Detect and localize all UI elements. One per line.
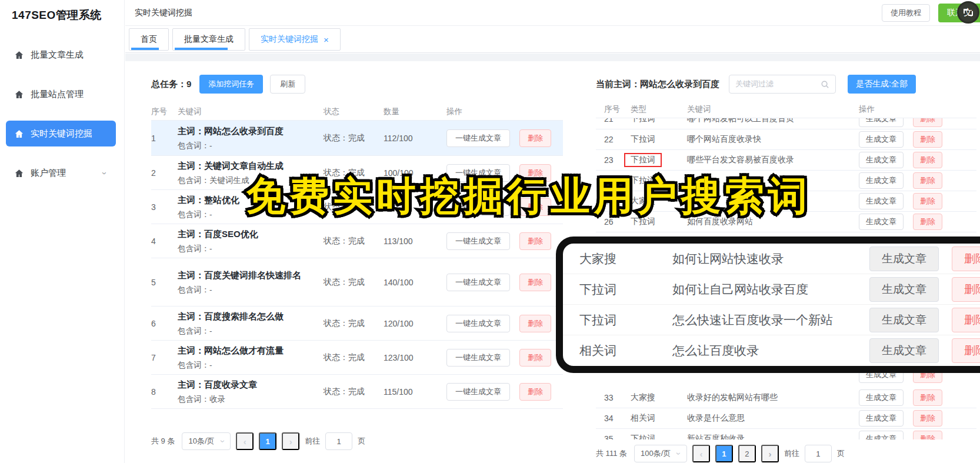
generate-article-button[interactable]: 生成文章 [869,338,939,363]
row-actions: 一键生成文章删除 [446,383,563,401]
keyword-cell: 主词：百度关键词排名快速排名包含词：- [178,269,324,295]
generate-article-button[interactable]: 生成文章 [859,131,904,148]
delete-button[interactable]: 删除 [519,232,551,250]
generate-article-button[interactable]: 生成文章 [869,247,939,271]
sidebar-item-4[interactable]: 账户管理› [0,160,116,186]
delete-button[interactable]: 删除 [913,431,942,439]
table-row[interactable]: 23下拉词哪些平台发文容易被百度收录生成文章删除 [596,150,976,171]
sidebar-item-label: 账户管理 [31,168,66,179]
app-logo: 147SEO管理系统 [0,0,124,23]
sidebar-item-1[interactable]: 批量文章生成 [0,42,116,68]
page-button-2[interactable]: 2 [738,445,756,462]
table-row[interactable]: 5主词：百度关键词排名快速排名包含词：-状态：完成140/100一键生成文章删除 [151,258,563,307]
refresh-button[interactable]: 刷新 [270,75,305,94]
generate-article-button[interactable]: 生成文章 [859,172,904,189]
next-page-button[interactable]: › [282,432,299,450]
tab-2[interactable]: 批量文章生成 [172,28,245,51]
page-size-select[interactable]: 10条/页› [182,432,231,450]
delete-button[interactable]: 删除 [519,274,551,291]
status-label: 状态：完成 [324,387,384,397]
page-button-1[interactable]: 1 [715,445,733,462]
column-header: 操作 [859,104,976,115]
keyword-toolbar: 当前主词：网站怎么收录到百度 关键词过滤 是否生成:全部 [596,75,976,94]
row-index: 6 [151,319,178,328]
home-icon [14,129,24,139]
table-row[interactable]: 33大家搜收录好的发帖网站有哪些生成文章删除 [596,388,976,408]
delete-button[interactable]: 删除 [519,315,551,332]
generate-article-button[interactable]: 一键生成文章 [446,383,510,401]
generate-article-button[interactable]: 一键生成文章 [446,274,510,291]
type-label: 相关词 [631,413,655,422]
close-icon[interactable]: × [324,35,329,44]
prev-page-button[interactable]: ‹ [692,445,710,462]
delete-button[interactable]: 删除 [913,214,942,230]
generate-article-button[interactable]: 一键生成文章 [446,349,510,367]
goto-page-input[interactable] [805,445,832,462]
table-row[interactable]: 6主词：百度搜索排名怎么做包含词：-状态：完成120/100一键生成文章删除 [151,307,563,341]
tab-3[interactable]: 实时关键词挖掘× [249,28,341,51]
generate-article-button[interactable]: 生成文章 [859,193,904,209]
table-row[interactable]: 1主词：网站怎么收录到百度包含词：-状态：完成112/100一键生成文章删除 [151,121,563,156]
generate-article-button[interactable]: 生成文章 [859,214,904,230]
type-cell: 下拉词 [631,434,687,439]
table-row[interactable]: 7主词：网站怎么做才有流量包含词：-状态：完成123/100一键生成文章删除 [151,341,563,375]
help-button[interactable]: 使用教程 [882,4,930,22]
generate-article-button[interactable]: 生成文章 [859,389,904,406]
row-actions: 一键生成文章删除 [446,274,563,291]
translate-icon[interactable]: 文 [957,1,979,24]
keyword-label: 收录是什么意思 [687,413,859,424]
delete-button[interactable]: 删除 [913,118,942,127]
delete-button[interactable]: 删除 [519,349,551,367]
delete-button[interactable]: 删除 [913,410,942,427]
delete-button[interactable]: 删除 [519,129,551,147]
delete-button[interactable]: 删除 [913,152,942,168]
generate-article-button[interactable]: 生成文章 [859,410,904,427]
keyword-label: 收录好的发帖网站有哪些 [687,392,859,403]
keyword-cell: 主词：百度SEO优化包含词：- [178,228,324,254]
count-label: 112/100 [384,134,446,143]
delete-button[interactable]: 删除 [913,389,942,406]
delete-button[interactable]: 删除 [952,308,980,332]
table-row[interactable]: 4主词：百度SEO优化包含词：-状态：完成113/100一键生成文章删除 [151,224,563,258]
generate-all-button[interactable]: 是否生成:全部 [848,75,916,94]
highlighted-type-label: 下拉词 [624,153,662,167]
delete-button[interactable]: 删除 [952,277,980,302]
generate-article-button[interactable]: 生成文章 [859,152,904,168]
prev-page-button[interactable]: ‹ [236,432,254,450]
search-icon [821,80,829,89]
table-row[interactable]: 21下拉词哪个网站发帖可以上百度首页生成文章删除 [596,118,976,129]
keyword-filter-input[interactable]: 关键词过滤 [729,75,836,94]
delete-button[interactable]: 删除 [519,383,551,401]
generate-article-button[interactable]: 生成文章 [869,308,939,332]
generate-article-button[interactable]: 生成文章 [869,277,939,302]
delete-button[interactable]: 删除 [952,247,980,271]
delete-button[interactable]: 删除 [913,193,942,209]
pagination-total-label: 共 111 条 [596,448,627,459]
count-label: 140/100 [384,278,446,287]
table-row[interactable]: 8主词：百度收录文章包含词：收录状态：完成115/100一键生成文章删除 [151,375,563,409]
keyword-label: 如何让自己网站收录百度 [672,281,869,298]
table-row[interactable]: 22下拉词哪个网站百度收录快生成文章删除 [596,129,976,150]
next-page-button[interactable]: › [761,445,779,462]
sidebar-item-label: 批量文章生成 [31,49,84,61]
magnified-table-row: 下拉词如何让自己网站收录百度生成文章删除 [563,274,980,305]
goto-page-input[interactable] [325,432,352,450]
page-size-select[interactable]: 100条/页› [634,445,687,462]
table-row[interactable]: 34相关词收录是什么意思生成文章删除 [596,408,976,429]
add-task-button[interactable]: 添加挖词任务 [199,75,263,94]
generate-article-button[interactable]: 一键生成文章 [446,315,510,332]
tab-1[interactable]: 首页 [129,28,169,51]
row-actions: 生成文章删除 [859,214,976,230]
delete-button[interactable]: 删除 [952,338,980,363]
contains-word-label: 包含词：收录 [178,394,324,405]
generate-article-button[interactable]: 一键生成文章 [446,232,510,250]
sidebar-item-3[interactable]: 实时关键词挖掘 [6,121,116,146]
sidebar-item-2[interactable]: 批量站点管理 [0,81,116,107]
page-button-1[interactable]: 1 [259,432,276,450]
table-row[interactable]: 35下拉词新站百度秒收录生成文章删除 [596,429,976,439]
delete-button[interactable]: 删除 [913,131,942,148]
generate-article-button[interactable]: 生成文章 [859,431,904,439]
generate-article-button[interactable]: 一键生成文章 [446,129,510,147]
delete-button[interactable]: 删除 [913,172,942,189]
generate-article-button[interactable]: 生成文章 [859,118,904,127]
